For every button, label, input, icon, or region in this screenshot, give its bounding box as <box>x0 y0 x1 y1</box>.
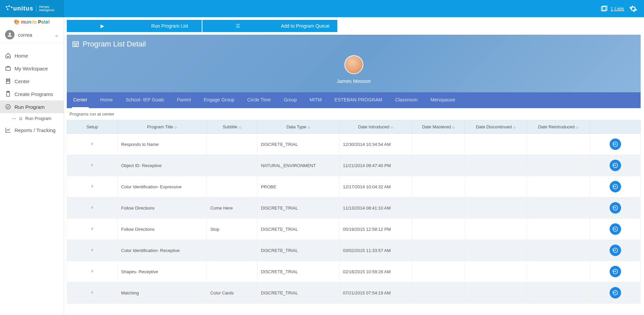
cell-date-discontinued <box>465 261 527 282</box>
cell-date-mastered <box>412 261 465 282</box>
svg-rect-10 <box>6 67 10 70</box>
sidebar-item-create-programs[interactable]: Create Programs <box>0 88 64 100</box>
table-row: Follow DirectionsCome HereDISCRETE_TRIAL… <box>67 197 641 219</box>
expand-button[interactable] <box>67 261 118 282</box>
add-to-queue-label: Add to Program Queue <box>277 23 334 29</box>
cell-subtitle <box>207 240 257 261</box>
tab-group[interactable]: Group <box>282 92 298 108</box>
sidebar-item-label: Run Program <box>15 104 45 110</box>
tab-parent[interactable]: Parent <box>176 92 192 108</box>
history-icon <box>612 162 618 168</box>
brand-logo[interactable]: unitus therapyintelligence <box>0 0 64 17</box>
run-program-list-label: Run Program List <box>141 23 198 29</box>
tab-mitm[interactable]: MITM <box>308 92 323 108</box>
lists-button[interactable]: 1 Lists <box>600 5 624 12</box>
building-icon <box>5 78 11 84</box>
tab-engage-group[interactable]: Engage Group <box>202 92 236 108</box>
expand-button[interactable] <box>67 176 118 197</box>
history-button[interactable] <box>610 266 621 277</box>
expand-button[interactable] <box>67 240 118 261</box>
svg-line-5 <box>9 6 12 7</box>
sort-icon: ◇ <box>308 125 310 129</box>
sort-icon: ◇ <box>391 125 393 129</box>
sidebar-item-home[interactable]: Home <box>0 49 64 62</box>
tab-esteban-program[interactable]: ESTEBAN PROGRAM <box>333 92 384 108</box>
expand-button[interactable] <box>67 197 118 219</box>
cell-subtitle: Color Cards <box>207 282 257 304</box>
cell-date-mastered <box>412 134 465 155</box>
cell-program-title: Object ID- Receptive <box>118 155 207 176</box>
expand-button[interactable] <box>67 219 118 240</box>
dots-icon: ⋯ <box>12 116 16 121</box>
sort-icon: ◇ <box>576 125 579 129</box>
history-icon <box>612 141 618 147</box>
column-header[interactable]: Program Title◇ <box>118 120 207 134</box>
history-button[interactable] <box>610 223 621 235</box>
cell-date-mastered <box>412 219 465 240</box>
list-detail-icon <box>72 40 79 48</box>
cell-date-reintroduced <box>527 261 590 282</box>
tab-center[interactable]: Center <box>72 92 89 108</box>
table-row: Color Identification- ReceptiveDISCRETE_… <box>67 240 641 261</box>
sidebar-item-center[interactable]: Center <box>0 75 64 88</box>
sidebar-item-run-program[interactable]: Run Program <box>0 100 64 113</box>
cell-data-type: DISCRETE_TRIAL <box>257 197 339 219</box>
svg-rect-13 <box>9 80 9 81</box>
panel-title: Program List Detail <box>83 40 146 49</box>
user-name: correa <box>18 32 51 38</box>
cell-subtitle <box>207 261 257 282</box>
table-row: Follow DirectionsStopDISCRETE_TRIAL05/19… <box>67 219 641 240</box>
cell-date-discontinued <box>465 155 527 176</box>
cell-date-reintroduced <box>527 155 590 176</box>
history-button[interactable] <box>610 287 621 298</box>
history-button[interactable] <box>610 160 621 171</box>
tab-classroom[interactable]: Classroom <box>394 92 419 108</box>
history-button[interactable] <box>610 202 621 214</box>
cell-date-introduced: 02/16/2015 10:59:28 AM <box>339 261 412 282</box>
history-button[interactable] <box>610 138 621 150</box>
column-header[interactable]: Data Type◇ <box>257 120 339 134</box>
sidebar-item-label: Center <box>15 78 30 84</box>
history-button[interactable] <box>610 245 621 256</box>
programs-table: SetupProgram Title◇Subtitle◇Data Type◇Da… <box>67 120 641 304</box>
svg-rect-14 <box>7 81 8 82</box>
gear-icon[interactable] <box>629 5 637 13</box>
cell-program-title: Shapes- Receptive <box>118 261 207 282</box>
client-avatar[interactable] <box>344 55 363 74</box>
table-row: Color Identification- ExpressivePROBE12/… <box>67 176 641 197</box>
table-row: MatchingColor CardsDISCRETE_TRIAL07/21/2… <box>67 282 641 304</box>
cell-program-title: Responds to Name <box>118 134 207 155</box>
column-header[interactable]: Date Reintroduced◇ <box>527 120 590 134</box>
sidebar-item-my-workspace[interactable]: My Workspace <box>0 62 64 75</box>
column-header[interactable]: Date Introduced◇ <box>339 120 412 134</box>
lists-label: 1 Lists <box>611 6 624 11</box>
expand-button[interactable] <box>67 282 118 304</box>
user-dropdown[interactable]: correa ⌄ <box>0 27 64 43</box>
sidebar-subitem-run-program[interactable]: ⋯ ⊙ Run Program <box>0 113 64 124</box>
sidebar-item-reports-tracking[interactable]: Reports / Tracking <box>0 124 64 136</box>
svg-rect-12 <box>7 80 8 81</box>
run-program-list-button[interactable]: ▶ Run Program List <box>67 20 202 32</box>
panel-header: Program List Detail James Messon <box>67 35 641 92</box>
cell-date-discontinued <box>465 176 527 197</box>
column-header[interactable]: Subtitle◇ <box>207 120 257 134</box>
tab-menopause[interactable]: Menopause <box>429 92 456 108</box>
tab-school-iep-goals[interactable]: School- IEP Goals <box>124 92 165 108</box>
sidebar-item-label: Create Programs <box>15 91 53 97</box>
cell-date-introduced: 12/30/2014 10:34:54 AM <box>339 134 412 155</box>
expand-button[interactable] <box>67 134 118 155</box>
cell-data-type: DISCRETE_TRIAL <box>257 240 339 261</box>
user-avatar-icon <box>5 30 15 39</box>
history-icon <box>612 269 618 275</box>
cell-date-introduced: 07/21/2015 07:54:19 AM <box>339 282 412 304</box>
column-header[interactable]: Date Discontinued◇ <box>465 120 527 134</box>
add-to-queue-button[interactable]: ☰ Add to Program Queue <box>202 20 337 32</box>
expand-button[interactable] <box>67 155 118 176</box>
svg-line-6 <box>6 7 8 9</box>
tabs: CenterHomeSchool- IEP GoalsParentEngage … <box>67 92 641 108</box>
tab-circle-time[interactable]: Circle Time <box>246 92 272 108</box>
history-button[interactable] <box>610 181 621 192</box>
tab-home[interactable]: Home <box>99 92 114 108</box>
sidebar-item-label: My Workspace <box>15 66 48 71</box>
column-header[interactable]: Date Mastered◇ <box>412 120 465 134</box>
